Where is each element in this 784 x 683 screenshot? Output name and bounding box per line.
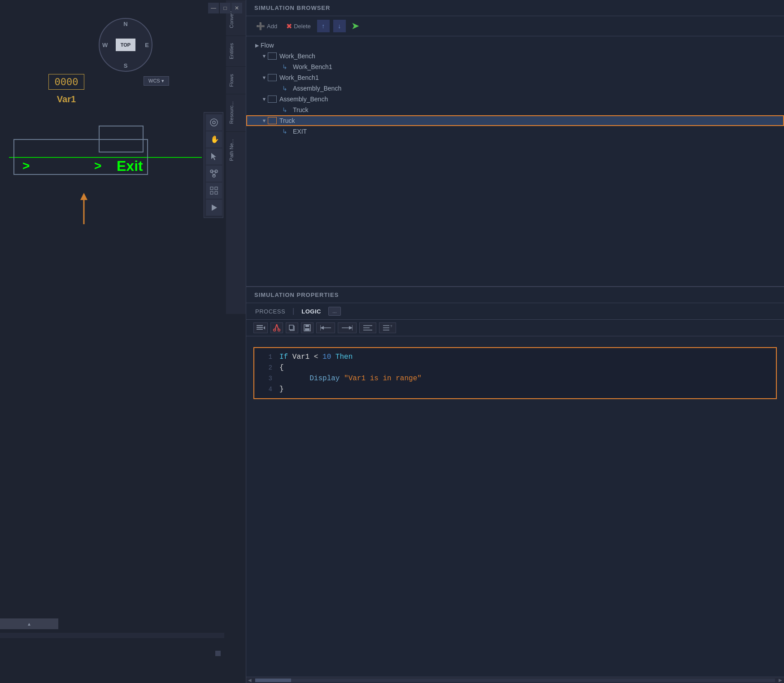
camera-tool-button[interactable]: [206, 114, 222, 131]
more-options-button[interactable]: ...: [328, 307, 341, 316]
tree-item-assembly-node[interactable]: ▼ Assembly_Bench: [246, 94, 784, 104]
scrollbar-thumb[interactable]: [255, 679, 291, 682]
svg-rect-19: [257, 329, 263, 330]
line-number-3: 3: [261, 375, 272, 382]
code-save-button[interactable]: [301, 322, 314, 333]
svg-rect-17: [257, 325, 263, 326]
logic-tab[interactable]: LOGIC: [300, 307, 323, 316]
workbench1-node-label: Work_Bench1: [279, 74, 319, 81]
simulation-browser-title: SIMULATION BROWSER: [254, 4, 330, 11]
truck-node-arrow-icon: ▼: [261, 118, 268, 123]
svg-marker-16: [212, 204, 217, 211]
scroll-right-button[interactable]: ▶: [777, 677, 784, 683]
grid-tool-button[interactable]: [206, 183, 222, 199]
code-help-button[interactable]: ?: [379, 322, 396, 333]
delete-button[interactable]: ✖ Delete: [283, 21, 314, 31]
pan-tool-button[interactable]: ✋: [206, 131, 222, 148]
up-arrow-icon: ▲: [27, 622, 31, 626]
svg-rect-15: [215, 191, 218, 194]
panel-tabs-sidebar: Convey... Entities Flows Resourc... Path…: [226, 0, 246, 314]
viewport-canvas: > > Exit: [9, 121, 197, 211]
compass-ring: N S E W TOP: [99, 18, 152, 72]
workbench-label: Work_Bench: [279, 52, 315, 60]
svg-rect-18: [257, 327, 263, 328]
maximize-button[interactable]: □: [220, 3, 231, 13]
line-number-4: 4: [261, 386, 272, 393]
green-arrow-mid-icon: >: [94, 159, 101, 173]
move-up-button[interactable]: ↑: [317, 20, 330, 32]
code-indent-right-button[interactable]: [338, 322, 357, 333]
green-arrow-left-icon: >: [22, 159, 30, 173]
play-tool-button[interactable]: [206, 200, 222, 216]
forward-button[interactable]: ➤: [349, 20, 361, 32]
properties-tabs-bar: PROCESS | LOGIC ...: [246, 303, 784, 320]
line-number-1: 1: [261, 353, 272, 361]
exit-leaf-label: EXIT: [293, 128, 307, 135]
truck-leaf-connector-icon: ↳: [282, 106, 291, 113]
simulation-browser-tree: ▶ Flow ▼ Work_Bench ↳ Work_Bench1 ▼: [246, 36, 784, 286]
close-button[interactable]: ✕: [231, 3, 242, 13]
op-lt: <: [314, 353, 322, 361]
keyword-if: If: [279, 353, 288, 361]
simulation-properties-title: SIMULATION PROPERTIES: [254, 291, 339, 298]
svg-marker-31: [320, 326, 324, 330]
svg-marker-34: [349, 326, 353, 330]
tree-item-workbench[interactable]: ▼ Work_Bench: [246, 51, 784, 61]
tree-item-workbench1-node[interactable]: ▼ Work_Bench1: [246, 72, 784, 83]
code-insert-dropdown[interactable]: [253, 322, 268, 333]
plus-icon: ➕: [256, 22, 265, 30]
process-tab[interactable]: PROCESS: [253, 307, 287, 316]
simulation-properties-header: SIMULATION PROPERTIES: [246, 287, 784, 303]
svg-rect-13: [215, 187, 218, 190]
move-down-button[interactable]: ↓: [333, 20, 346, 32]
code-editor-area[interactable]: 1 If Var1 < 10 Then 2 {: [246, 336, 784, 677]
compass-north: N: [123, 21, 127, 27]
simulation-browser-header: SIMULATION BROWSER: [246, 0, 784, 16]
compass-east: E: [145, 42, 149, 48]
svg-rect-29: [305, 328, 309, 331]
entities-tab[interactable]: Entities: [226, 35, 246, 66]
assembly-node-label: Assembly_Bench: [279, 96, 328, 103]
tree-item-workbench1-leaf[interactable]: ↳ Work_Bench1: [246, 61, 784, 72]
workbench1-connector-icon: ↳: [282, 63, 291, 70]
resources-tab[interactable]: Resourc...: [226, 94, 246, 131]
conveyor-exit-shape: [99, 126, 144, 152]
path-networks-tab[interactable]: Path Ne...: [226, 131, 246, 168]
simulation-browser-panel: SIMULATION BROWSER ➕ Add ✖ Delete ↑ ↓ ➤ …: [246, 0, 784, 287]
properties-scrollbar[interactable]: ◀ ▶: [246, 677, 784, 683]
scroll-left-button[interactable]: ◀: [246, 677, 253, 683]
tree-item-exit-leaf[interactable]: ↳ EXIT: [246, 126, 784, 137]
compass-top-button[interactable]: TOP: [116, 39, 135, 51]
right-panel: SIMULATION BROWSER ➕ Add ✖ Delete ↑ ↓ ➤ …: [246, 0, 784, 683]
tree-item-flow[interactable]: ▶ Flow: [246, 40, 784, 51]
wcs-button[interactable]: WCS ▾: [144, 76, 169, 86]
add-button[interactable]: ➕ Add: [253, 21, 280, 31]
code-line-4-content: }: [279, 385, 769, 393]
truck-node-label: Truck: [279, 117, 295, 124]
flows-tab[interactable]: Flows: [226, 66, 246, 94]
exit-label: Exit: [117, 158, 143, 174]
cursor-tool-button[interactable]: [206, 148, 222, 165]
code-indent-left-button[interactable]: [316, 322, 335, 333]
assembly-connector-icon: ↳: [282, 85, 291, 92]
resize-handle[interactable]: [215, 651, 221, 656]
tree-item-truck-node[interactable]: ▼ Truck: [246, 115, 784, 126]
window-titlebar: — □ ✕: [205, 0, 246, 16]
code-format-button[interactable]: [359, 322, 376, 333]
workbench1-leaf-label: Work_Bench1: [293, 63, 332, 70]
flow-arrow-icon: ▶: [253, 43, 261, 48]
svg-rect-12: [210, 187, 213, 190]
minimize-button[interactable]: —: [208, 3, 219, 13]
variable-name-label: Var1: [48, 94, 84, 104]
code-copy-button[interactable]: [286, 322, 298, 333]
compass-west: W: [102, 42, 108, 48]
code-editor-highlighted-box[interactable]: 1 If Var1 < 10 Then 2 {: [253, 347, 777, 399]
horizontal-scrollbar[interactable]: [0, 633, 224, 638]
workbench1-arrow-icon: ▼: [261, 75, 268, 80]
orange-arrow-up-icon: [78, 193, 89, 231]
code-line-1: 1 If Var1 < 10 Then: [254, 352, 776, 362]
code-cut-button[interactable]: [270, 322, 283, 333]
tree-item-truck-leaf[interactable]: ↳ Truck: [246, 104, 784, 115]
tree-item-assembly-leaf[interactable]: ↳ Assembly_Bench: [246, 83, 784, 94]
node-tool-button[interactable]: [206, 165, 222, 182]
